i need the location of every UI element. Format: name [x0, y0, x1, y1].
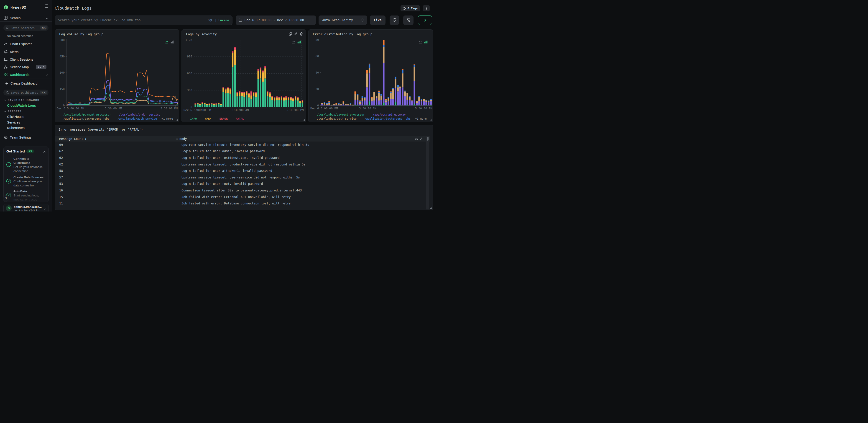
line-mode-icon[interactable]	[165, 40, 168, 44]
section-label: SAVED DASHBOARDS	[8, 99, 39, 102]
chart-mode-toggle	[165, 40, 174, 44]
chevron-up-icon[interactable]	[43, 150, 46, 153]
text-wrap-icon[interactable]	[415, 137, 418, 140]
legend-item[interactable]: —ERROR	[216, 117, 227, 120]
sidebar-item-service-map[interactable]: Service Map BETA	[0, 63, 52, 70]
saved-dashboards-section[interactable]: SAVED DASHBOARDS	[4, 99, 39, 102]
user-menu[interactable]: D dominic.tran@clic... dominic.tran@clic…	[3, 204, 49, 212]
resize-handle[interactable]	[430, 119, 432, 121]
legend-item[interactable]: —/aws/ecs/api-gateway	[369, 113, 406, 116]
legend-item[interactable]: —INFO	[187, 117, 197, 120]
saved-searches-input[interactable]: Saved Searches ⌘K	[3, 25, 49, 31]
bar-segment	[241, 96, 243, 107]
tags-button[interactable]: 0 Tags	[401, 5, 420, 11]
table-row[interactable]: 62Upstream service timeout: product-serv…	[55, 161, 430, 168]
legend-item[interactable]: —/aws/lambda/auth-service	[114, 117, 157, 120]
legend-item[interactable]: —/application/background-jobs	[361, 117, 411, 120]
legend-item[interactable]: —WARN	[201, 117, 211, 120]
legend-item[interactable]: —/aws/lambda/auth-service	[314, 117, 356, 120]
get-started-step-title[interactable]: Connect to ClickHouse	[13, 157, 47, 165]
bar-segment	[364, 104, 366, 105]
bar-segment	[294, 96, 296, 96]
bar-segment	[399, 86, 401, 88]
stacked-bar-chart: 03006009001.2KDec 6 5:00:00 PM3:30:00 AM…	[182, 30, 306, 122]
table-row[interactable]: 69Upstream service timeout: inventory-se…	[55, 142, 430, 148]
sidebar-item-dashboards[interactable]: Dashboards	[0, 71, 52, 78]
date-range-input[interactable]: Dec 6 17:00:00 - Dec 7 18:00:00	[236, 16, 316, 25]
table-row[interactable]: 53Login failed for user root, invalid pa…	[55, 180, 430, 187]
table-row[interactable]: 62Login failed for user admin, invalid p…	[55, 148, 430, 154]
column-header-message-count[interactable]: Message Count↓	[59, 136, 87, 142]
bar-segment	[357, 94, 359, 95]
bar-segment	[392, 89, 394, 99]
live-button-label: Live	[374, 18, 382, 22]
sidebar-collapse-icon[interactable]	[45, 4, 48, 8]
legend-more-link[interactable]: +1 more	[415, 117, 427, 120]
legend-label: /aws/lambda/order-service	[119, 113, 160, 116]
bar-mode-icon[interactable]	[424, 40, 428, 44]
cell-message-count: 58	[59, 169, 63, 172]
saved-dashboards-input[interactable]: Saved Dashboards ⌘K	[3, 90, 49, 95]
line-mode-icon[interactable]	[292, 40, 295, 44]
bar-segment	[272, 96, 273, 96]
gear-icon	[4, 135, 8, 139]
resize-handle[interactable]	[430, 207, 432, 209]
legend-item[interactable]: —/application/background-jobs	[60, 117, 110, 120]
sidebar-item-team-settings[interactable]: Team Settings	[0, 134, 52, 140]
legend-item[interactable]: —/aws/lambda/order-service	[116, 113, 160, 116]
legend-item[interactable]: —/aws/lambda/payment-processor	[60, 113, 111, 116]
run-query-button[interactable]	[418, 16, 432, 25]
y-tick-label: 600	[187, 72, 192, 75]
language-lucene[interactable]: Lucene	[218, 19, 229, 22]
bar-segment	[272, 97, 273, 100]
table-row[interactable]: 15Job failed with error: External API un…	[55, 194, 430, 200]
granularity-select[interactable]: Auto Granularity	[318, 16, 367, 25]
bar-segment	[241, 92, 243, 92]
y-tick-label: 80	[315, 38, 319, 41]
bell-icon	[4, 50, 8, 54]
resize-handle[interactable]	[176, 119, 178, 121]
bar-mode-icon[interactable]	[298, 40, 301, 44]
bar-segment	[383, 40, 384, 45]
legend-more-link[interactable]: +1 more	[161, 117, 173, 120]
bar-mode-icon[interactable]	[170, 40, 174, 44]
line-mode-icon[interactable]	[419, 40, 422, 44]
sidebar-item-chart-explorer[interactable]: Chart Explorer	[0, 40, 52, 47]
bar-segment	[250, 91, 252, 95]
get-started-step-title[interactable]: Create Data Sources	[13, 175, 47, 179]
column-header-body[interactable]: Body	[176, 136, 187, 142]
help-button[interactable]: ?	[3, 195, 9, 201]
create-dashboard-button[interactable]: Create Dashboard	[0, 81, 52, 86]
table-row[interactable]: 62Login failed for user test@test.com, i…	[55, 154, 430, 161]
scrollbar-thumb[interactable]	[427, 137, 429, 141]
table-row[interactable]: 58Login failed for user attacker1, inval…	[55, 168, 430, 174]
table-row[interactable]: 57Upstream service timeout: user-service…	[55, 174, 430, 181]
filter-button[interactable]	[403, 16, 413, 25]
live-button[interactable]: Live	[370, 16, 385, 25]
sidebar-item-services[interactable]: Services	[7, 120, 20, 124]
sidebar-item-kubernetes[interactable]: Kubernetes	[7, 126, 25, 130]
event-search-input[interactable]: Search your events w/ Lucene ex. column:…	[55, 16, 232, 25]
legend-item[interactable]: —FATAL	[232, 117, 244, 120]
bar-segment	[257, 69, 259, 70]
sidebar-item-cloudwatch-logs[interactable]: CloudWatch Logs	[7, 104, 36, 107]
sidebar-item-search[interactable]: Search	[0, 15, 52, 21]
more-options-button[interactable]	[423, 5, 430, 11]
brand[interactable]: HyperDX	[3, 5, 26, 10]
create-dashboard-label: Create Dashboard	[10, 82, 38, 85]
presets-section[interactable]: PRESETS	[4, 110, 22, 113]
bar-segment	[390, 91, 392, 92]
table-row[interactable]: 16Connection timeout after 30s to paymen…	[55, 187, 430, 194]
legend-item[interactable]: —/aws/lambda/payment-processor	[314, 113, 365, 116]
table-row[interactable]: 11Job failed with error: Database connec…	[55, 200, 430, 207]
sidebar-item-client-sessions[interactable]: Client Sessions	[0, 56, 52, 63]
sidebar-item-clickhouse[interactable]: ClickHouse	[7, 115, 24, 118]
refresh-button[interactable]	[390, 16, 399, 25]
resize-handle[interactable]	[303, 119, 305, 121]
bar-segment	[292, 98, 294, 98]
language-sql[interactable]: SQL	[208, 19, 213, 22]
download-icon[interactable]	[420, 137, 423, 140]
sidebar-item-alerts[interactable]: Alerts	[0, 48, 52, 55]
bar-segment	[253, 96, 254, 107]
bar-segment	[274, 97, 275, 98]
